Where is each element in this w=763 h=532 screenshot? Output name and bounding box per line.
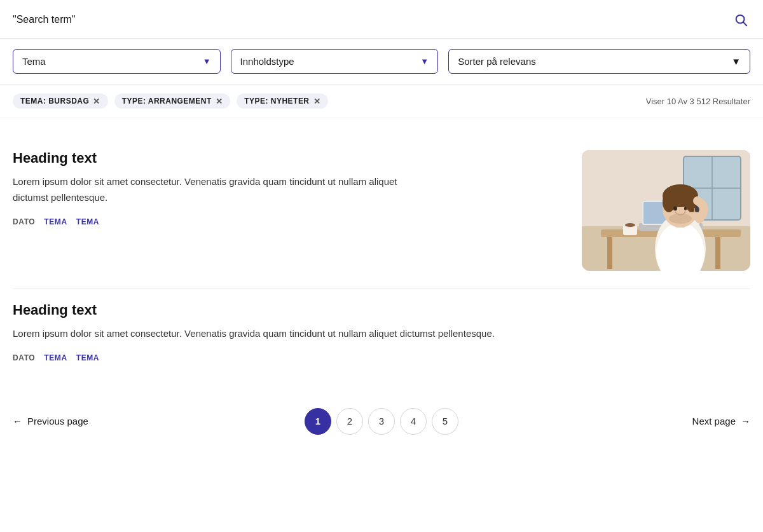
search-bar — [0, 0, 763, 39]
svg-point-17 — [625, 223, 635, 227]
innholdstype-filter-label: Innholdstype — [240, 56, 294, 67]
tag-type-arrangement-label: TYPE: ARRANGEMENT — [122, 97, 212, 106]
result-tema-2[interactable]: TEMA — [76, 353, 99, 362]
arrow-left-icon: ← — [13, 416, 22, 426]
result-body: Lorem ipsum dolor sit amet consectetur. … — [13, 174, 401, 206]
search-button[interactable] — [731, 10, 750, 29]
tag-type-arrangement: TYPE: ARRANGEMENT ✕ — [114, 93, 231, 109]
tag-type-arrangement-remove[interactable]: ✕ — [216, 97, 223, 106]
result-image-illustration — [582, 150, 750, 271]
tag-tema-bursdag: TEMA: BURSDAG ✕ — [13, 93, 108, 109]
results-count: Viser 10 Av 3 512 Resultater — [646, 97, 750, 106]
svg-line-1 — [743, 22, 746, 25]
sort-filter-label: Sorter på relevans — [458, 56, 536, 67]
tema-filter-label: Tema — [22, 56, 46, 67]
tema-filter[interactable]: Tema ▼ — [13, 49, 221, 74]
result-heading[interactable]: Heading text — [13, 302, 750, 318]
next-page-button[interactable]: Next page → — [692, 416, 750, 426]
page-1-button[interactable]: 1 — [305, 408, 331, 435]
svg-point-27 — [673, 207, 677, 211]
result-dato: DATO — [13, 353, 35, 362]
svg-point-23 — [663, 192, 675, 212]
tag-tema-bursdag-remove[interactable]: ✕ — [93, 97, 100, 106]
result-meta: DATO TEMA TEMA — [13, 353, 750, 362]
svg-rect-11 — [715, 237, 720, 269]
innholdstype-chevron-icon: ▼ — [420, 57, 429, 66]
svg-point-28 — [684, 207, 687, 210]
tag-type-nyheter: TYPE: NYHETER ✕ — [237, 93, 328, 109]
search-input[interactable] — [13, 14, 724, 25]
innholdstype-filter[interactable]: Innholdstype ▼ — [231, 49, 439, 74]
page-4-button[interactable]: 4 — [400, 408, 427, 435]
result-body: Lorem ipsum dolor sit amet consectetur. … — [13, 326, 750, 342]
arrow-right-icon: → — [741, 416, 750, 426]
sort-filter[interactable]: Sorter på relevans ▼ — [448, 49, 750, 74]
tag-type-nyheter-remove[interactable]: ✕ — [313, 97, 320, 106]
result-heading[interactable]: Heading text — [13, 150, 401, 167]
result-meta: DATO TEMA TEMA — [13, 217, 401, 226]
result-item: Heading text Lorem ipsum dolor sit amet … — [13, 137, 750, 289]
sort-chevron-icon: ▼ — [731, 56, 741, 67]
page-numbers: 1 2 3 4 5 — [305, 408, 458, 435]
page-2-button[interactable]: 2 — [336, 408, 363, 435]
page-3-button[interactable]: 3 — [368, 408, 395, 435]
filters-row: Tema ▼ Innholdstype ▼ Sorter på relevans… — [0, 39, 763, 85]
search-icon — [734, 13, 748, 27]
result-item: Heading text Lorem ipsum dolor sit amet … — [13, 289, 750, 380]
result-image — [582, 150, 750, 271]
next-page-label: Next page — [692, 416, 736, 426]
result-tema-2[interactable]: TEMA — [76, 217, 99, 226]
prev-page-button[interactable]: ← Previous page — [13, 416, 88, 426]
prev-page-label: Previous page — [27, 416, 88, 426]
result-tema-1[interactable]: TEMA — [44, 353, 67, 362]
result-dato: DATO — [13, 217, 35, 226]
tema-chevron-icon: ▼ — [203, 57, 211, 66]
active-tags-row: TEMA: BURSDAG ✕ TYPE: ARRANGEMENT ✕ TYPE… — [0, 85, 763, 118]
result-content: Heading text Lorem ipsum dolor sit amet … — [13, 302, 750, 362]
pagination: ← Previous page 1 2 3 4 5 Next page → — [0, 393, 763, 447]
tag-tema-bursdag-label: TEMA: BURSDAG — [20, 97, 89, 106]
tag-type-nyheter-label: TYPE: NYHETER — [244, 97, 309, 106]
page-5-button[interactable]: 5 — [432, 408, 458, 435]
svg-point-29 — [669, 214, 692, 224]
result-tema-1[interactable]: TEMA — [44, 217, 67, 226]
result-content: Heading text Lorem ipsum dolor sit amet … — [13, 150, 420, 226]
svg-rect-10 — [607, 237, 612, 269]
results-area: Heading text Lorem ipsum dolor sit amet … — [0, 118, 763, 393]
